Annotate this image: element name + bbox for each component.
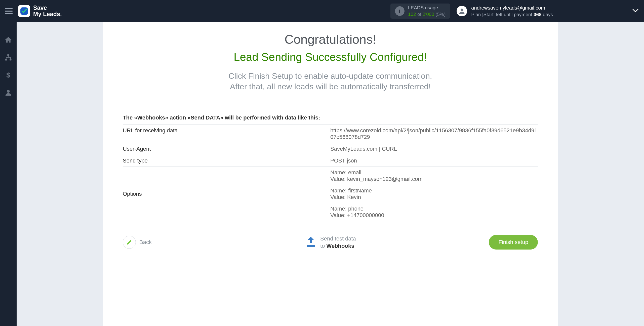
- svg-rect-6: [5, 59, 7, 61]
- data-preview-heading: The «Webhooks» action «Send DATA» will b…: [123, 114, 538, 125]
- leads-usage-box[interactable]: i LEADS usage: 102 of 2'000 (5%): [390, 4, 450, 19]
- svg-rect-7: [10, 59, 12, 61]
- page-description: Click Finish Setup to enable auto-update…: [123, 71, 538, 92]
- setup-card: Congratulations! Lead Sending Successful…: [103, 22, 558, 326]
- row-send-type: Send type POST json: [123, 155, 538, 167]
- sidebar-item-connections[interactable]: [3, 52, 13, 62]
- info-icon: i: [395, 6, 405, 16]
- option-pair: Name: phone Value: +14700000000: [330, 206, 538, 219]
- page-title: Congratulations!: [123, 32, 538, 47]
- avatar-icon: [457, 6, 467, 16]
- send-test-data-button[interactable]: Send test data to Webhooks: [305, 235, 356, 250]
- svg-text:$: $: [6, 71, 10, 79]
- row-ua-value: SaveMyLeads.com | CURL: [330, 146, 538, 152]
- sidebar-item-account[interactable]: [3, 88, 13, 98]
- row-options: Options Name: email Value: kevin_mayson1…: [123, 167, 538, 221]
- send-test-label: Send test data to Webhooks: [320, 235, 356, 250]
- svg-point-9: [7, 90, 10, 93]
- row-user-agent: User-Agent SaveMyLeads.com | CURL: [123, 143, 538, 155]
- row-sendtype-value: POST json: [330, 157, 538, 164]
- account-label: andrewsavemyleads@gmail.com Plan |Start|…: [471, 5, 553, 17]
- pencil-icon: [126, 239, 132, 245]
- user-icon: [5, 89, 12, 96]
- sitemap-icon: [5, 54, 12, 61]
- back-label: Back: [139, 239, 152, 246]
- logo-text: Save My Leads.: [33, 5, 62, 18]
- leads-usage-text: LEADS usage: 102 of 2'000 (5%): [408, 5, 446, 17]
- topbar: Save My Leads. i LEADS usage: 102 of 2'0…: [0, 0, 644, 22]
- account-chevron: [557, 9, 638, 14]
- main-area: Congratulations! Lead Sending Successful…: [17, 22, 644, 326]
- logo-icon: [18, 5, 30, 17]
- chevron-down-icon: [632, 9, 638, 13]
- hamburger-icon: [5, 8, 13, 14]
- row-sendtype-label: Send type: [123, 157, 330, 164]
- option-pair: Name: firstName Value: Kevin: [330, 187, 538, 200]
- sidebar-item-billing[interactable]: $: [3, 70, 13, 80]
- svg-point-4: [461, 9, 463, 11]
- row-options-value: Name: email Value: kevin_mayson123@gmail…: [330, 169, 538, 219]
- dollar-icon: $: [5, 71, 12, 79]
- menu-hamburger-button[interactable]: [3, 5, 15, 17]
- home-icon: [5, 36, 12, 44]
- row-url: URL for receiving data https://www.corez…: [123, 125, 538, 143]
- sidebar: $: [0, 22, 17, 326]
- pencil-icon-circle: [123, 236, 136, 249]
- finish-setup-button[interactable]: Finish setup: [489, 235, 538, 250]
- row-url-label: URL for receiving data: [123, 127, 330, 140]
- svg-rect-0: [5, 8, 13, 9]
- svg-rect-5: [7, 54, 9, 56]
- upload-icon: [305, 236, 317, 249]
- sidebar-item-home[interactable]: [3, 35, 13, 45]
- row-options-label: Options: [123, 191, 330, 197]
- row-url-value: https://www.corezoid.com/api/2/json/publ…: [330, 127, 538, 140]
- account-menu[interactable]: andrewsavemyleads@gmail.com Plan |Start|…: [457, 5, 638, 17]
- app-logo[interactable]: Save My Leads.: [18, 5, 62, 18]
- card-footer: Back Send test data to Webhooks Finish s…: [123, 235, 538, 250]
- svg-rect-1: [5, 11, 13, 12]
- back-button[interactable]: Back: [123, 236, 152, 249]
- page-subtitle-success: Lead Sending Successfully Configured!: [123, 51, 538, 63]
- svg-rect-2: [5, 13, 13, 14]
- row-ua-label: User-Agent: [123, 146, 330, 152]
- option-pair: Name: email Value: kevin_mayson123@gmail…: [330, 169, 538, 182]
